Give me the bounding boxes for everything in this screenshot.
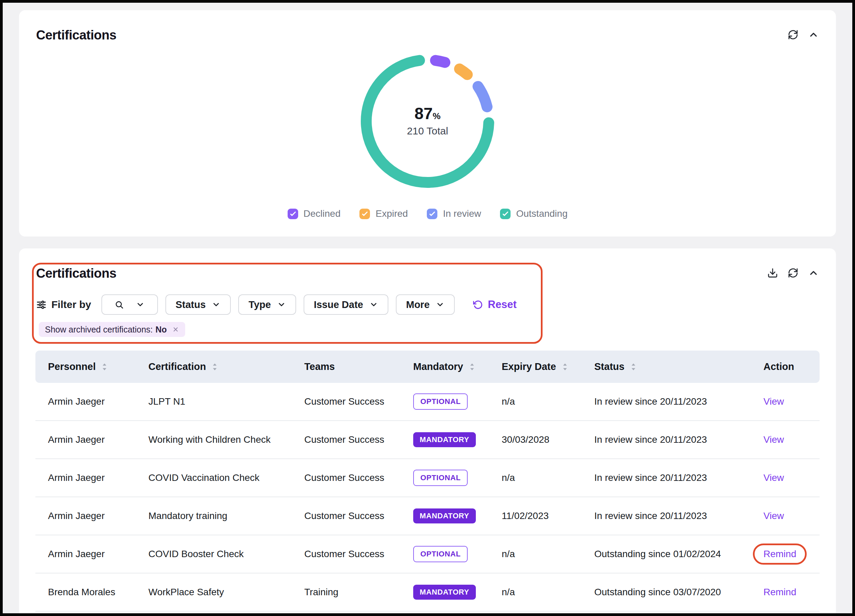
view-link[interactable]: View	[763, 434, 784, 445]
filter-bar: Filter by StatusTypeIssue DateMore Reset	[36, 295, 517, 314]
legend-item-declined[interactable]: Declined	[288, 208, 341, 219]
badge-optional: OPTIONAL	[413, 470, 468, 486]
reset-filters-button[interactable]: Reset	[473, 299, 516, 311]
refresh-icon[interactable]	[788, 268, 798, 278]
cell-text: Customer Success	[304, 472, 384, 483]
cell-mandatory: MANDATORY	[413, 432, 502, 447]
cell-text: Armin Jaeger	[48, 434, 105, 445]
cell-certification: Working with Children Check	[149, 434, 304, 445]
search-icon	[115, 300, 124, 309]
legend-label: In review	[443, 208, 481, 219]
view-link[interactable]: View	[763, 510, 784, 521]
sort-arrows-icon[interactable]	[560, 362, 570, 372]
column-header-certification[interactable]: Certification	[149, 361, 304, 372]
badge-mandatory: MANDATORY	[413, 585, 476, 600]
remind-link[interactable]: Remind	[763, 549, 796, 559]
cell-text: n/a	[502, 549, 515, 559]
column-label: Mandatory	[413, 361, 463, 372]
filter-chip-archived[interactable]: Show archived certifications: No	[39, 322, 185, 337]
cell-text: n/a	[502, 472, 515, 483]
cell-text: Mandatory training	[149, 510, 227, 521]
sort-arrows-icon[interactable]	[629, 362, 638, 372]
pill-label: Type	[248, 299, 271, 310]
legend-label: Outstanding	[516, 208, 567, 219]
cell-expiry-date: n/a	[502, 396, 594, 407]
chip-value: No	[156, 325, 167, 334]
download-icon[interactable]	[767, 268, 778, 278]
cell-personnel: Armin Jaeger	[35, 396, 149, 407]
cell-teams: Customer Success	[304, 510, 413, 521]
cell-text: Customer Success	[304, 510, 384, 521]
certifications-table: PersonnelCertificationTeamsMandatoryExpi…	[35, 351, 820, 611]
view-link[interactable]: View	[763, 396, 784, 407]
donut-total-label: 210 Total	[407, 125, 448, 137]
cell-action: View	[763, 472, 820, 483]
cell-status: Outstanding since 01/02/2024	[594, 549, 763, 559]
cell-text: 11/02/2023	[502, 510, 549, 521]
pill-label: Issue Date	[314, 299, 363, 310]
collapse-chevron-icon[interactable]	[808, 268, 819, 278]
cell-certification: COVID Vaccination Check	[149, 472, 304, 483]
filter-issue-date-dropdown[interactable]: Issue Date	[303, 294, 388, 315]
cell-mandatory: OPTIONAL	[413, 546, 502, 562]
sort-arrows-icon[interactable]	[100, 362, 109, 372]
cell-text: In review since 20/11/2023	[594, 472, 707, 483]
column-header-action: Action	[763, 361, 820, 372]
refresh-icon[interactable]	[788, 29, 798, 40]
legend-label: Declined	[303, 208, 341, 219]
sliders-icon	[36, 299, 47, 310]
column-header-expiry-date[interactable]: Expiry Date	[502, 361, 594, 372]
column-header-status[interactable]: Status	[594, 361, 763, 372]
reset-label: Reset	[488, 299, 516, 311]
cell-personnel: Armin Jaeger	[35, 549, 149, 559]
checkbox-expired-checked[interactable]	[359, 208, 370, 219]
checkbox-in-review-checked[interactable]	[427, 208, 437, 219]
cell-text: Outstanding since 03/07/2020	[594, 587, 721, 597]
column-label: Status	[594, 361, 625, 372]
annotation-remind-highlight: Remind	[753, 544, 807, 565]
sort-arrows-icon[interactable]	[210, 362, 219, 372]
sort-arrows-icon[interactable]	[467, 362, 477, 372]
cell-text: 30/03/2028	[502, 434, 549, 445]
active-filter-chips: Show archived certifications: No	[39, 322, 185, 337]
chip-text: Show archived certifications:	[45, 325, 153, 334]
collapse-chevron-icon[interactable]	[808, 29, 819, 40]
table-card-title: Certifications	[36, 266, 116, 281]
badge-mandatory: MANDATORY	[413, 432, 476, 447]
column-header-mandatory[interactable]: Mandatory	[413, 361, 502, 372]
rotate-ccw-icon	[473, 300, 483, 310]
checkbox-declined-checked[interactable]	[288, 208, 298, 219]
cell-text: In review since 20/11/2023	[594, 434, 707, 445]
chip-close-icon[interactable]	[172, 326, 179, 333]
table-row: Armin JaegerWorking with Children CheckC…	[35, 421, 820, 459]
legend-item-in-review[interactable]: In review	[427, 208, 481, 219]
chevron-down-icon	[136, 300, 145, 309]
cell-action: View	[763, 434, 820, 445]
chevron-down-icon	[436, 300, 444, 309]
cell-text: Customer Success	[304, 434, 384, 445]
filter-search-dropdown[interactable]	[101, 294, 158, 315]
cell-text: In review since 20/11/2023	[594, 510, 707, 521]
column-header-personnel[interactable]: Personnel	[35, 361, 149, 372]
chevron-down-icon	[369, 300, 378, 309]
view-link[interactable]: View	[763, 472, 784, 483]
filter-type-dropdown[interactable]: Type	[238, 294, 296, 315]
cell-certification: COVID Booster Check	[149, 549, 304, 559]
page: Certifications 87% 210 Total DeclinedExp…	[0, 0, 855, 616]
cell-text: In review since 20/11/2023	[594, 396, 707, 407]
pill-label: Status	[176, 299, 206, 310]
certifications-summary-card: Certifications 87% 210 Total DeclinedExp…	[19, 10, 836, 236]
chevron-down-icon	[277, 300, 286, 309]
remind-link[interactable]: Remind	[763, 587, 796, 597]
legend-item-expired[interactable]: Expired	[359, 208, 408, 219]
certifications-table-card: Certifications Filter by StatusTypeIssue…	[19, 248, 836, 616]
checkbox-outstanding-checked[interactable]	[500, 208, 510, 219]
cell-text: n/a	[502, 587, 515, 597]
filter-more-dropdown[interactable]: More	[396, 294, 455, 315]
filter-status-dropdown[interactable]: Status	[165, 294, 231, 315]
cell-mandatory: OPTIONAL	[413, 470, 502, 486]
legend-item-outstanding[interactable]: Outstanding	[500, 208, 567, 219]
cell-mandatory: OPTIONAL	[413, 394, 502, 410]
cell-text: Brenda Morales	[48, 587, 115, 597]
cell-text: Customer Success	[304, 396, 384, 407]
